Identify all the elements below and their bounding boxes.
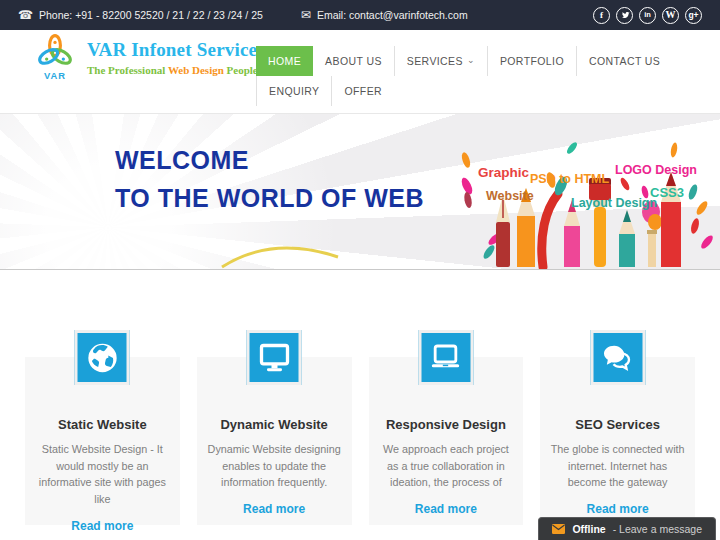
nav-label: ENQUIRY [269,85,319,97]
page: ☎ Phone: +91 - 82200 52520 / 21 / 22 / 2… [0,0,720,540]
hero-label-css3: CSS3 [650,185,684,200]
brand[interactable]: VAR VAR Infonet Services The Professiona… [30,32,265,82]
phone-contact: ☎ Phone: +91 - 82200 52520 / 21 / 22 / 2… [18,9,263,21]
yellow-swirl-decoration [220,233,340,269]
read-more-link[interactable]: Read more [415,502,477,516]
nav-label: SERVICES [407,55,463,67]
read-more-link[interactable]: Read more [587,502,649,516]
service-card-dynamic-website: Dynamic Website Dynamic Website designin… [197,357,352,525]
nav-item-home[interactable]: HOME [256,46,313,76]
envelope-icon [552,524,565,534]
nav-label: OFFER [344,85,382,97]
service-title: SEO Services [544,417,691,432]
google-plus-icon[interactable]: g+ [685,7,702,24]
nav-item-portfolio[interactable]: PORTFOLIO [487,46,576,76]
services-section: Static Website Static Website Design - I… [25,330,695,525]
nav-item-about-us[interactable]: ABOUT US [313,46,394,76]
nav-label: ABOUT US [325,55,382,67]
wordpress-icon[interactable]: W [662,7,679,24]
service-card-seo-services: SEO Services The globe is connected with… [540,357,695,525]
monitor-icon [247,330,302,385]
hero-banner: WELCOME TO THE WORLD OF WEB [0,113,720,270]
hero-label-website: Website [486,189,534,203]
email-text: Email: contact@varinfotech.com [317,9,468,21]
chevron-down-icon: ⌄ [467,55,475,65]
service-title: Dynamic Website [201,417,348,432]
chat-bubbles-icon [590,330,645,385]
service-description: Static Website Design - It would mostly … [29,441,176,508]
globe-icon [75,330,130,385]
twitter-icon[interactable] [616,7,633,24]
nav-label: PORTFOLIO [500,55,564,67]
nav-item-offer[interactable]: OFFER [331,76,394,106]
chat-widget[interactable]: Offline - Leave a message [538,517,716,540]
tagline-part1: The Professional [87,64,168,76]
social-links: f in W g+ [593,7,702,24]
brand-logo-text: VAR [44,71,66,81]
brand-text: VAR Infonet Services The Professional We… [87,39,265,76]
hero-title-line1: WELCOME [115,146,249,175]
hero-label-graphic: Graphic [478,165,529,180]
chat-status: Offline [572,523,605,535]
tagline-part2: Web Design [168,64,224,76]
read-more-link[interactable]: Read more [243,502,305,516]
facebook-icon[interactable]: f [593,7,610,24]
service-description: We approach each project as a true colla… [373,441,520,491]
service-card-responsive-design: Responsive Design We approach each proje… [369,357,524,525]
service-description: The globe is connected with internet. In… [544,441,691,491]
topbar: ☎ Phone: +91 - 82200 52520 / 21 / 22 / 2… [0,0,720,30]
main-nav: HOME ABOUT US SERVICES ⌄ PORTFOLIO CONTA… [256,46,708,106]
nav-item-services[interactable]: SERVICES ⌄ [394,46,487,76]
nav-label: HOME [268,55,301,67]
read-more-link[interactable]: Read more [71,519,133,533]
header: VAR VAR Infonet Services The Professiona… [0,30,720,113]
email-contact[interactable]: ✉ Email: contact@varinfotech.com [301,9,468,21]
brand-tagline: The Professional Web Design People ! [87,64,265,76]
brand-logo-icon: VAR [30,32,80,82]
hero-label-layout-design: Layout Design [571,196,657,210]
service-description: Dynamic Website designing enables to upd… [201,441,348,491]
phone-icon: ☎ [18,9,33,21]
email-icon: ✉ [301,9,311,21]
nav-item-enquiry[interactable]: ENQUIRY [256,76,331,106]
hero-label-psd-to-html: PSD to HTML [530,172,609,186]
hero-label-logo-design: LOGO Design [615,163,697,177]
service-title: Responsive Design [373,417,520,432]
chat-message: - Leave a message [613,523,702,535]
service-card-static-website: Static Website Static Website Design - I… [25,357,180,525]
nav-item-contact-us[interactable]: CONTACT US [576,46,672,76]
brand-title: VAR Infonet Services [87,39,265,61]
linkedin-icon[interactable]: in [639,7,656,24]
nav-label: CONTACT US [589,55,660,67]
service-title: Static Website [29,417,176,432]
laptop-icon [418,330,473,385]
hero-title-line2: TO THE WORLD OF WEB [115,184,424,213]
phone-text: Phone: +91 - 82200 52520 / 21 / 22 / 23 … [39,9,263,21]
